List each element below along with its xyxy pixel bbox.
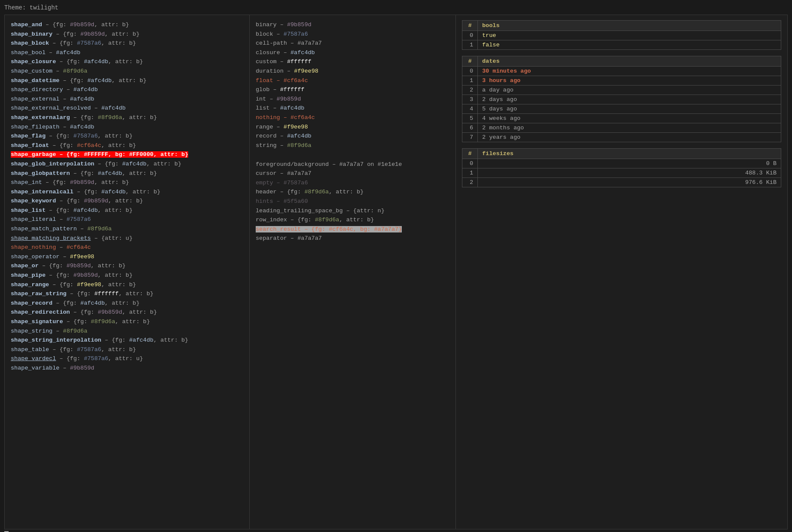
right-panel: # bools 0 true 1 false — [456, 15, 787, 529]
code-line: shape_binary – {fg: #9b859d, attr: b} — [11, 30, 243, 39]
filesizes-col-num: # — [462, 149, 478, 159]
middle-panel: binary – #9b859d block – #7587a6 cell-pa… — [250, 15, 456, 529]
code-line: shape_string_interpolation – {fg: #afc4d… — [11, 336, 243, 345]
code-line: shape_flag – {fg: #7587a6, attr: b} — [11, 131, 243, 141]
code-line: nothing – #cf6a4c — [256, 113, 450, 122]
filesizes-col-val: filesizes — [478, 149, 781, 159]
bools-col-num: # — [462, 21, 478, 31]
dates-col-num: # — [462, 56, 478, 67]
code-line: string – #8f9d6a — [256, 141, 450, 150]
table-row: 0 0 B — [462, 159, 781, 168]
code-line: shape_list – {fg: #afc4db, attr: b} — [11, 206, 243, 215]
row-num: 1 — [462, 40, 478, 50]
table-row: 1 false — [462, 40, 781, 50]
row-num: 7 — [462, 133, 478, 142]
row-num: 3 — [462, 95, 478, 104]
table-row: 5 4 weeks ago — [462, 114, 781, 123]
row-num: 1 — [462, 76, 478, 86]
row-num: 2 — [462, 178, 478, 187]
code-line: shape_matching_brackets – {attr: u} — [11, 234, 243, 243]
code-line: shape_table – {fg: #7587a6, attr: b} — [11, 345, 243, 355]
row-val: 5 days ago — [478, 104, 781, 114]
bools-section: # bools 0 true 1 false — [462, 20, 781, 50]
row-num: 0 — [462, 31, 478, 40]
dates-col-val: dates — [478, 56, 781, 67]
row-val: 0 B — [478, 159, 781, 168]
left-panel: shape_and – {fg: #9b859d, attr: b} shape… — [5, 15, 250, 529]
code-line: shape_redirection – {fg: #9b859d, attr: … — [11, 308, 243, 317]
table-row: 0 30 minutes ago — [462, 67, 781, 76]
table-row: 1 488.3 KiB — [462, 168, 781, 178]
code-line: shape_external – #afc4db — [11, 95, 243, 104]
code-line: shape_directory – #afc4db — [11, 85, 243, 95]
code-line: shape_glob_interpolation – {fg: #afc4db,… — [11, 159, 243, 169]
code-line: int – #9b859d — [256, 95, 450, 104]
filesizes-section: # filesizes 0 0 B 1 488.3 KiB 2 — [462, 148, 781, 187]
dates-section: # dates 0 30 minutes ago 1 3 hours ago 2 — [462, 56, 781, 142]
code-line: shape_bool – #afc4db — [11, 48, 243, 58]
code-line: shape_keyword – {fg: #9b859d, attr: b} — [11, 196, 243, 206]
row-num: 5 — [462, 114, 478, 123]
code-line: shape_variable – #9b859d — [11, 364, 243, 373]
code-line-search: search_result – {fg: #cf6a4c, bg: #a7a7a… — [256, 225, 450, 234]
row-num: 2 — [462, 86, 478, 95]
code-line: cell-path – #a7a7a7 — [256, 39, 450, 48]
dates-table: # dates 0 30 minutes ago 1 3 hours ago 2 — [462, 56, 781, 142]
code-line: shape_filepath – #afc4db — [11, 122, 243, 132]
code-line: binary – #9b859d — [256, 20, 450, 30]
code-line: cursor – #a7a7a7 — [256, 169, 450, 178]
bools-col-val: bools — [478, 21, 781, 31]
code-line: shape_external_resolved – #afc4db — [11, 104, 243, 113]
table-row: 2 976.6 KiB — [462, 178, 781, 187]
code-line: foreground/background – #a7a7a7 on #1e1e… — [256, 160, 450, 169]
row-num: 4 — [462, 104, 478, 114]
table-row: 2 a day ago — [462, 86, 781, 95]
code-line: empty – #7587a6 — [256, 178, 450, 188]
code-line: shape_custom – #8f9d6a — [11, 67, 243, 76]
code-line: shape_block – {fg: #7587a6, attr: b} — [11, 39, 243, 48]
row-num: 1 — [462, 168, 478, 178]
code-line: shape_datetime – {fg: #afc4db, attr: b} — [11, 76, 243, 86]
row-val: 2 months ago — [478, 123, 781, 133]
row-val: false — [478, 40, 781, 50]
code-line: record – #afc4db — [256, 131, 450, 141]
code-line: hints – #5f5a60 — [256, 197, 450, 206]
row-val: 30 minutes ago — [478, 67, 781, 76]
row-val: 2 years ago — [478, 133, 781, 142]
table-row: 3 2 days ago — [462, 95, 781, 104]
code-line: shape_string – #8f9d6a — [11, 327, 243, 336]
code-line: shape_literal – #7587a6 — [11, 215, 243, 224]
code-line: shape_signature – {fg: #8f9d6a, attr: b} — [11, 317, 243, 327]
code-line: float – #cf6a4c — [256, 76, 450, 86]
code-line: list – #afc4db — [256, 104, 450, 113]
code-line: duration – #f9ee98 — [256, 67, 450, 76]
row-num: 0 — [462, 67, 478, 76]
table-row: 7 2 years ago — [462, 133, 781, 142]
table-row: 1 3 hours ago — [462, 76, 781, 86]
row-val: 488.3 KiB — [478, 168, 781, 178]
code-line: shape_or – {fg: #9b859d, attr: b} — [11, 261, 243, 271]
row-val: 976.6 KiB — [478, 178, 781, 187]
code-line: shape_globpattern – {fg: #afc4db, attr: … — [11, 169, 243, 178]
code-line: shape_match_pattern – #8f9d6a — [11, 224, 243, 234]
code-line: header – {fg: #8f9d6a, attr: b} — [256, 187, 450, 197]
code-line: shape_internalcall – {fg: #afc4db, attr:… — [11, 187, 243, 197]
table-row: 0 true — [462, 31, 781, 40]
code-line: shape_range – {fg: #f9ee98, attr: b} — [11, 280, 243, 290]
code-line: shape_closure – {fg: #afc4db, attr: b} — [11, 57, 243, 67]
code-line: block – #7587a6 — [256, 30, 450, 39]
code-line: shape_float – {fg: #cf6a4c, attr: b} — [11, 141, 243, 150]
code-line: closure – #afc4db — [256, 48, 450, 58]
row-num: 6 — [462, 123, 478, 133]
row-val: 3 hours ago — [478, 76, 781, 86]
row-val: true — [478, 31, 781, 40]
code-line: separator – #a7a7a7 — [256, 234, 450, 243]
code-line: shape_record – {fg: #afc4db, attr: b} — [11, 299, 243, 308]
main-container: shape_and – {fg: #9b859d, attr: b} shape… — [4, 15, 788, 529]
row-num: 0 — [462, 159, 478, 168]
code-line-garbage: shape_garbage – {fg: #FFFFFF, bg: #FF000… — [11, 150, 243, 159]
code-line: shape_raw_string – {fg: #ffffff, attr: b… — [11, 289, 243, 299]
code-line: range – #f9ee98 — [256, 122, 450, 132]
code-line: shape_and – {fg: #9b859d, attr: b} — [11, 20, 243, 30]
table-row: 4 5 days ago — [462, 104, 781, 114]
